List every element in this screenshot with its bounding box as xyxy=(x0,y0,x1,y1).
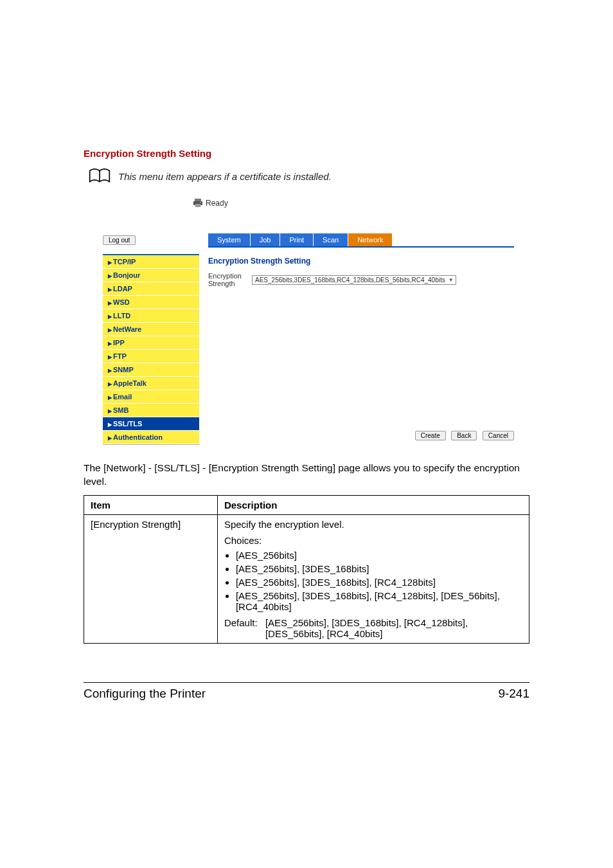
chevron-down-icon: ▼ xyxy=(449,277,454,283)
sidebar-item-label: SNMP xyxy=(113,366,134,374)
tab-network[interactable]: Network xyxy=(348,233,393,246)
sidebar-item-ssltls[interactable]: ▶SSL/TLS xyxy=(103,417,199,431)
tab-scan[interactable]: Scan xyxy=(314,233,348,246)
sidebar-item-label: FTP xyxy=(113,352,127,360)
choices-label: Choices: xyxy=(224,535,522,546)
sidebar-item-label: TCP/IP xyxy=(113,258,136,266)
select-value: AES_256bits,3DES_168bits,RC4_128bits,DES… xyxy=(255,276,445,284)
triangle-icon: ▶ xyxy=(108,287,112,293)
tab-system[interactable]: System xyxy=(208,233,251,246)
cancel-button[interactable]: Cancel xyxy=(483,431,514,440)
book-icon xyxy=(89,168,111,185)
sidebar-item-label: WSD xyxy=(113,298,130,306)
encryption-strength-field: Encryption Strength AES_256bits,3DES_168… xyxy=(208,272,514,287)
back-button[interactable]: Back xyxy=(451,431,477,440)
triangle-icon: ▶ xyxy=(108,435,112,441)
field-label: Encryption Strength xyxy=(208,272,252,287)
printer-icon xyxy=(193,199,203,208)
encryption-strength-select[interactable]: AES_256bits,3DES_168bits,RC4_128bits,DES… xyxy=(252,275,456,285)
triangle-icon: ▶ xyxy=(108,314,112,320)
sidebar: ▶TCP/IP ▶Bonjour ▶LDAP ▶WSD ▶LLTD ▶NetWa… xyxy=(103,254,199,445)
sidebar-item-netware[interactable]: ▶NetWare xyxy=(103,323,199,336)
sidebar-item-authentication[interactable]: ▶Authentication xyxy=(103,431,199,444)
section-heading: Encryption Strength Setting xyxy=(84,148,529,159)
table-cell-description: Specify the encryption level. Choices: [… xyxy=(217,514,529,643)
triangle-icon: ▶ xyxy=(108,395,112,401)
svg-point-3 xyxy=(200,202,201,203)
table-header-item: Item xyxy=(84,495,218,514)
default-value: [AES_256bits], [3DES_168bits], [RC4_128b… xyxy=(265,617,522,639)
desc-intro: Specify the encryption level. xyxy=(224,519,522,530)
sidebar-item-label: IPP xyxy=(113,339,125,347)
sidebar-item-label: LDAP xyxy=(113,285,132,293)
status-text: Ready xyxy=(206,199,228,208)
triangle-icon: ▶ xyxy=(108,381,112,387)
sidebar-item-label: SMB xyxy=(113,406,129,414)
sidebar-item-label: AppleTalk xyxy=(113,379,147,387)
sidebar-item-label: Authentication xyxy=(113,433,163,441)
logout-button[interactable]: Log out xyxy=(103,235,136,245)
sidebar-item-label: NetWare xyxy=(113,325,141,333)
note-text: This menu item appears if a certificate … xyxy=(118,171,332,182)
sidebar-item-ldap[interactable]: ▶LDAP xyxy=(103,282,199,296)
footer-left: Configuring the Printer xyxy=(84,687,206,701)
triangle-icon: ▶ xyxy=(108,408,112,414)
sidebar-item-ipp[interactable]: ▶IPP xyxy=(103,336,199,350)
sidebar-item-label: SSL/TLS xyxy=(113,420,142,428)
sidebar-item-appletalk[interactable]: ▶AppleTalk xyxy=(103,377,199,390)
sidebar-item-ftp[interactable]: ▶FTP xyxy=(103,350,199,363)
triangle-icon: ▶ xyxy=(108,354,112,360)
table-cell-item: [Encryption Strength] xyxy=(84,514,218,643)
sidebar-item-snmp[interactable]: ▶SNMP xyxy=(103,363,199,377)
choice-item: [AES_256bits] xyxy=(236,550,522,561)
triangle-icon: ▶ xyxy=(108,300,112,306)
panel-title: Encryption Strength Setting xyxy=(208,257,514,266)
note-row: This menu item appears if a certificate … xyxy=(89,168,529,185)
footer-right: 9-241 xyxy=(498,687,529,701)
description-table: Item Description [Encryption Strength] S… xyxy=(84,495,529,644)
tab-bar: System Job Print Scan Network xyxy=(208,233,514,248)
table-header-description: Description xyxy=(217,495,529,514)
choice-item: [AES_256bits], [3DES_168bits], [RC4_128b… xyxy=(236,590,522,612)
create-button[interactable]: Create xyxy=(415,431,446,440)
triangle-icon: ▶ xyxy=(108,341,112,347)
triangle-icon: ▶ xyxy=(108,422,112,428)
sidebar-item-lltd[interactable]: ▶LLTD xyxy=(103,309,199,323)
svg-rect-0 xyxy=(195,199,201,201)
triangle-icon: ▶ xyxy=(108,368,112,374)
sidebar-item-label: LLTD xyxy=(113,312,130,320)
choice-item: [AES_256bits], [3DES_168bits] xyxy=(236,563,522,574)
default-label: Default: xyxy=(224,617,265,639)
status-row: Ready xyxy=(193,199,514,208)
sidebar-item-wsd[interactable]: ▶WSD xyxy=(103,296,199,309)
tab-print[interactable]: Print xyxy=(280,233,314,246)
sidebar-item-email[interactable]: ▶Email xyxy=(103,390,199,404)
body-paragraph: The [Network] - [SSL/TLS] - [Encryption … xyxy=(84,462,529,489)
sidebar-item-smb[interactable]: ▶SMB xyxy=(103,404,199,417)
triangle-icon: ▶ xyxy=(108,260,112,266)
sidebar-item-bonjour[interactable]: ▶Bonjour xyxy=(103,269,199,282)
embedded-admin-screenshot: Ready Log out ▶TCP/IP ▶Bonjour ▶LDAP ▶WS… xyxy=(103,199,514,445)
sidebar-item-tcpip[interactable]: ▶TCP/IP xyxy=(103,255,199,269)
sidebar-item-label: Bonjour xyxy=(113,271,140,279)
tab-job[interactable]: Job xyxy=(251,233,281,246)
page-footer: Configuring the Printer 9-241 xyxy=(84,682,529,701)
choices-list: [AES_256bits] [AES_256bits], [3DES_168bi… xyxy=(224,550,522,612)
triangle-icon: ▶ xyxy=(108,327,112,333)
choice-item: [AES_256bits], [3DES_168bits], [RC4_128b… xyxy=(236,577,522,588)
triangle-icon: ▶ xyxy=(108,273,112,279)
svg-rect-2 xyxy=(195,204,200,207)
table-row: [Encryption Strength] Specify the encryp… xyxy=(84,514,529,643)
sidebar-item-label: Email xyxy=(113,393,132,401)
